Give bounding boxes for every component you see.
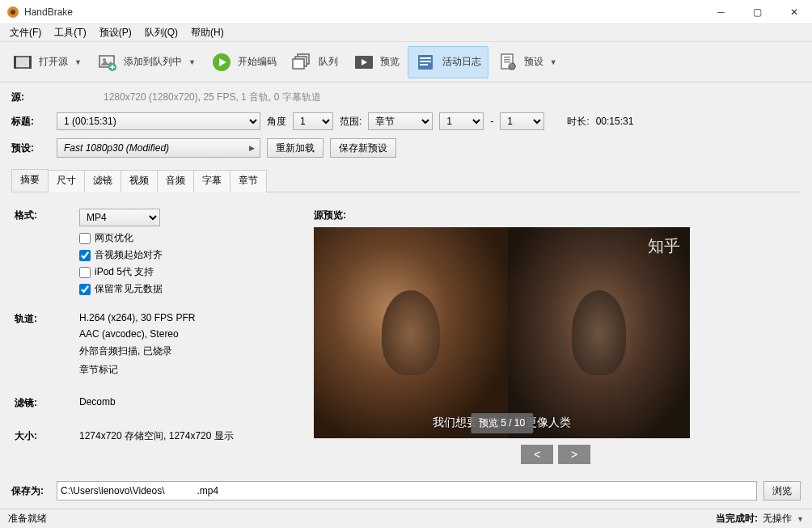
- app-icon: [6, 6, 19, 19]
- preset-label: 预设:: [11, 142, 50, 155]
- preview-image: 知乎 我们想要表现出 则更像人类 预览 5 / 10: [314, 227, 690, 438]
- preview-prev-button[interactable]: <: [521, 445, 553, 464]
- tab-audio[interactable]: 音频: [157, 170, 194, 192]
- angle-select[interactable]: 1: [293, 112, 333, 130]
- saveas-input[interactable]: [57, 481, 757, 501]
- reload-preset-button[interactable]: 重新加载: [267, 138, 324, 158]
- add-to-queue-label: 添加到队列中: [124, 55, 182, 69]
- chevron-down-icon: ▼: [550, 58, 557, 66]
- activity-log-button[interactable]: 活动日志: [408, 46, 488, 78]
- presets-label: 预设: [524, 55, 543, 69]
- preview-left-half: [314, 227, 508, 438]
- chevron-down-icon[interactable]: ▼: [797, 515, 804, 523]
- range-end-select[interactable]: 1: [500, 112, 544, 130]
- tracks-label: 轨道:: [15, 312, 79, 377]
- range-type-select[interactable]: 章节: [368, 112, 433, 130]
- preset-row: 预设: Fast 1080p30 (Modified) ▶ 重新加载 保存新预设: [11, 138, 801, 158]
- svg-rect-5: [29, 56, 32, 69]
- preview-label: 预览: [380, 55, 400, 69]
- tab-body: 格式: MP4 网页优化 音视频起始对齐 iPod 5代 支持 保留常见元数据 …: [11, 201, 801, 465]
- watermark-text: 知乎: [648, 235, 680, 257]
- web-optimize-checkbox[interactable]: 网页优化: [79, 231, 281, 245]
- minimize-button[interactable]: ─: [703, 0, 739, 24]
- window-titlebar: HandBrake ─ ▢ ✕: [0, 0, 812, 24]
- title-label: 标题:: [11, 115, 50, 129]
- duration-value: 00:15:31: [596, 116, 634, 127]
- queue-button[interactable]: 队列: [285, 46, 345, 78]
- preset-value: Fast 1080p30 (Modified): [64, 142, 249, 154]
- av-align-checkbox[interactable]: 音视频起始对齐: [79, 248, 281, 262]
- when-done-label: 当完成时:: [716, 512, 758, 526]
- source-label: 源:: [11, 91, 50, 104]
- queue-icon: [291, 51, 314, 74]
- filters-value: Decomb: [79, 396, 281, 410]
- title-row: 标题: 1 (00:15:31) 角度 1 范围: 章节 1 - 1 时长: 0…: [11, 112, 801, 130]
- presets-button[interactable]: 预设 ▼: [490, 46, 564, 78]
- svg-rect-21: [504, 61, 510, 63]
- status-text: 准备就绪: [8, 512, 47, 526]
- size-label: 大小:: [15, 429, 79, 443]
- tab-summary[interactable]: 摘要: [11, 169, 49, 192]
- source-info: 1280x720 (1280x720), 25 FPS, 1 音轨, 0 字幕轨…: [104, 91, 321, 104]
- range-start-select[interactable]: 1: [439, 112, 484, 130]
- start-encode-label: 开始编码: [238, 55, 277, 69]
- tracks-info: H.264 (x264), 30 FPS PFR AAC (avcodec), …: [79, 312, 281, 377]
- size-value: 1274x720 存储空间, 1274x720 显示: [79, 429, 281, 443]
- main-content: 源: 1280x720 (1280x720), 25 FPS, 1 音轨, 0 …: [0, 82, 812, 509]
- svg-rect-20: [504, 59, 510, 61]
- preview-panel: 源预览: 知乎 我们想要表现出 则更像人类 预览 5 / 10 < >: [314, 209, 797, 465]
- window-title: HandBrake: [24, 6, 703, 18]
- save-new-preset-button[interactable]: 保存新预设: [330, 138, 396, 158]
- angle-label: 角度: [267, 115, 286, 129]
- tab-dimensions[interactable]: 尺寸: [48, 170, 85, 192]
- menu-queue[interactable]: 队列(Q): [138, 24, 184, 41]
- menubar: 文件(F) 工具(T) 预设(P) 队列(Q) 帮助(H): [0, 24, 812, 42]
- svg-point-1: [11, 10, 15, 15]
- play-icon: [210, 51, 233, 74]
- start-encode-button[interactable]: 开始编码: [204, 46, 283, 78]
- statusbar: 准备就绪 当完成时: 无操作 ▼: [0, 509, 812, 528]
- maximize-button[interactable]: ▢: [739, 0, 776, 24]
- add-to-queue-button[interactable]: 添加到队列中 ▼: [90, 46, 202, 78]
- duration-label: 时长:: [567, 115, 589, 129]
- open-source-button[interactable]: 打开源 ▼: [5, 46, 88, 78]
- ipod-support-checkbox[interactable]: iPod 5代 支持: [79, 265, 281, 279]
- chevron-down-icon: ▼: [188, 58, 196, 66]
- preview-label: 源预览:: [314, 209, 797, 222]
- toolbar: 打开源 ▼ 添加到队列中 ▼ 开始编码 队列 预览 活动日志 预设 ▼: [0, 42, 812, 82]
- photo-add-icon: [96, 51, 119, 74]
- triangle-right-icon: ▶: [249, 144, 255, 152]
- chevron-down-icon: ▼: [74, 58, 82, 66]
- preview-button[interactable]: 预览: [346, 46, 406, 78]
- menu-tools[interactable]: 工具(T): [48, 24, 92, 41]
- tab-video[interactable]: 视频: [121, 170, 158, 192]
- tab-subtitles[interactable]: 字幕: [193, 170, 230, 192]
- tab-filters[interactable]: 滤镜: [84, 170, 121, 192]
- menu-presets[interactable]: 预设(P): [93, 24, 138, 41]
- browse-button[interactable]: 浏览: [763, 481, 801, 501]
- preview-right-half: [508, 227, 690, 438]
- menu-help[interactable]: 帮助(H): [184, 24, 230, 41]
- close-button[interactable]: ✕: [776, 0, 812, 24]
- when-done-value[interactable]: 无操作: [763, 512, 792, 526]
- source-row: 源: 1280x720 (1280x720), 25 FPS, 1 音轨, 0 …: [11, 91, 801, 104]
- filters-label: 滤镜:: [15, 396, 79, 410]
- format-select[interactable]: MP4: [79, 209, 160, 226]
- menu-file[interactable]: 文件(F): [3, 24, 48, 41]
- range-label: 范围:: [340, 115, 362, 129]
- summary-panel: 格式: MP4 网页优化 音视频起始对齐 iPod 5代 支持 保留常见元数据 …: [15, 209, 281, 465]
- open-source-label: 打开源: [39, 55, 68, 69]
- svg-rect-3: [15, 57, 30, 67]
- preset-select[interactable]: Fast 1080p30 (Modified) ▶: [57, 138, 260, 158]
- preview-next-button[interactable]: >: [558, 445, 590, 464]
- activity-log-label: 活动日志: [442, 55, 481, 69]
- log-icon: [415, 51, 438, 74]
- film-icon: [11, 51, 34, 74]
- preview-counter: 预览 5 / 10: [471, 413, 533, 433]
- svg-rect-16: [420, 61, 431, 62]
- svg-rect-12: [293, 59, 304, 69]
- title-select[interactable]: 1 (00:15:31): [57, 112, 260, 130]
- range-separator: -: [490, 116, 493, 127]
- keep-metadata-checkbox[interactable]: 保留常见元数据: [79, 282, 281, 296]
- tab-chapters[interactable]: 章节: [230, 170, 267, 192]
